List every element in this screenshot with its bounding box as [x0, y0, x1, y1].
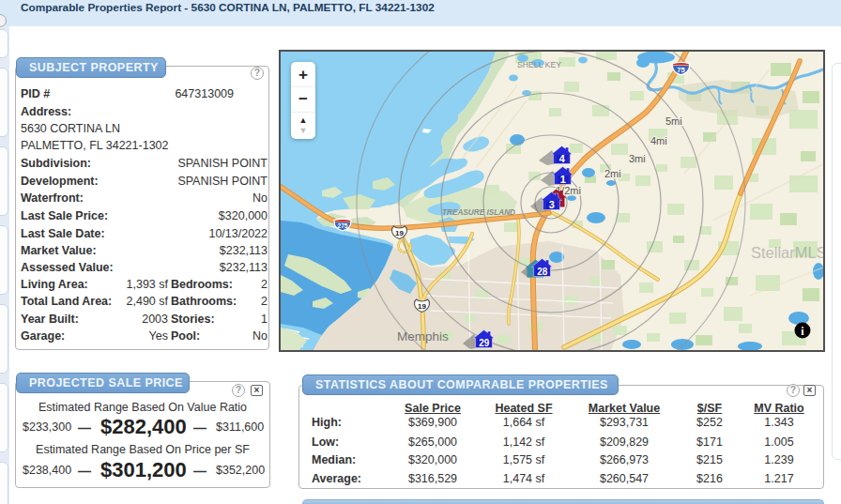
svg-text:19: 19: [418, 302, 426, 311]
svg-text:275: 275: [338, 222, 348, 229]
svg-text:75: 75: [677, 66, 684, 74]
svg-text:3mi: 3mi: [629, 153, 646, 164]
svg-text:3: 3: [549, 198, 555, 209]
svg-text:Memphis: Memphis: [397, 329, 449, 344]
svg-text:1: 1: [560, 173, 566, 184]
svg-text:StellarMLS: StellarMLS: [751, 244, 823, 261]
svg-text:5mi: 5mi: [665, 115, 682, 127]
svg-text:29: 29: [479, 337, 490, 347]
svg-text:TREASURE ISLAND: TREASURE ISLAND: [442, 206, 515, 217]
svg-text:2mi: 2mi: [604, 168, 621, 179]
svg-text:28: 28: [537, 266, 548, 276]
svg-text:19: 19: [395, 229, 404, 237]
svg-text:SHELL KEY: SHELL KEY: [517, 60, 561, 69]
svg-text:4: 4: [559, 152, 566, 163]
svg-text:4mi: 4mi: [650, 135, 667, 146]
